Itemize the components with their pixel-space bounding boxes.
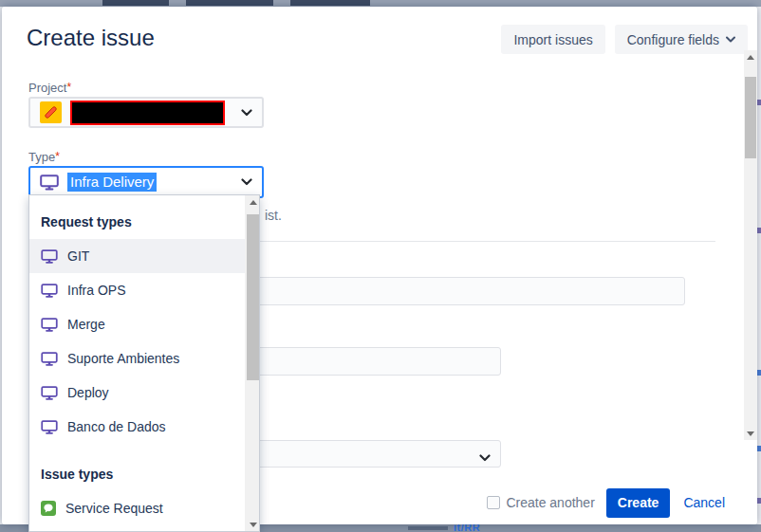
- dropdown-item[interactable]: GIT: [29, 239, 245, 273]
- backdrop-text-blur: [757, 498, 761, 504]
- dimmed-page-top: [0, 0, 761, 7]
- backdrop-text-blur: [757, 446, 761, 451]
- required-asterisk: *: [55, 150, 60, 163]
- chevron-down-icon: [726, 36, 735, 43]
- create-another-option[interactable]: Create another: [487, 495, 594, 510]
- create-button[interactable]: Create: [606, 488, 671, 518]
- dropdown-item-label: Service Request: [65, 501, 163, 516]
- dropdown-item[interactable]: Suporte Ambientes: [29, 341, 245, 376]
- scroll-up-icon[interactable]: [744, 50, 757, 64]
- chevron-down-icon: [479, 449, 491, 466]
- scroll-up-icon[interactable]: [245, 195, 260, 209]
- import-issues-button[interactable]: Import issues: [501, 25, 604, 54]
- dialog-title: Create issue: [27, 25, 155, 51]
- dropdown-item-label: Suporte Ambientes: [67, 351, 179, 366]
- monitor-icon: [41, 284, 58, 298]
- dropdown-group-header: Issue types: [29, 444, 245, 491]
- monitor-icon: [40, 174, 59, 191]
- truncated-help-text: ist.: [265, 208, 282, 223]
- dropdown-item-label: Infra OPS: [67, 283, 125, 298]
- dropdown-group-header: Request types: [29, 195, 245, 239]
- monitor-icon: [41, 249, 58, 264]
- project-field-label: Project*: [28, 81, 71, 95]
- required-asterisk: *: [66, 81, 71, 94]
- dropdown-item-label: Deploy: [67, 385, 109, 400]
- cancel-link[interactable]: Cancel: [683, 495, 725, 510]
- dropdown-item-label: GIT: [67, 248, 89, 264]
- redacted-project-name: [70, 101, 225, 125]
- backdrop-text-blur: [408, 526, 448, 530]
- configure-fields-label: Configure fields: [627, 32, 719, 47]
- dropdown-scrollbar-thumb[interactable]: [247, 214, 259, 380]
- backdrop-text-blur: [757, 370, 761, 376]
- chevron-down-icon: [241, 178, 252, 186]
- type-select[interactable]: Infra Delivery: [28, 166, 264, 198]
- modal-scrollbar-thumb[interactable]: [745, 77, 756, 158]
- monitor-icon: [41, 352, 58, 366]
- screen: it/RR Create issue Import issues Configu…: [0, 0, 761, 532]
- dropdown-item-label: Banco de Dados: [67, 419, 166, 434]
- backdrop-text-blur: [757, 100, 761, 105]
- dropdown-item-label: Merge: [67, 317, 105, 332]
- chevron-down-icon: [241, 109, 252, 117]
- dropdown-item[interactable]: Infra OPS: [29, 273, 245, 307]
- modal-scrollbar[interactable]: [744, 50, 757, 440]
- type-field-label: Type*: [28, 150, 60, 164]
- issue-type-dropdown: Request typesGITInfra OPSMergeSuporte Am…: [28, 194, 260, 532]
- backdrop-text-blur: [290, 0, 370, 6]
- create-another-checkbox[interactable]: [487, 496, 500, 509]
- dropdown-item[interactable]: Service Request: [29, 491, 245, 525]
- backdrop-text-blur: [186, 0, 273, 6]
- type-label-text: Type: [28, 150, 55, 164]
- import-issues-label: Import issues: [513, 32, 592, 47]
- dimmed-page-right: [757, 7, 761, 524]
- create-another-label: Create another: [506, 495, 594, 510]
- project-select[interactable]: [28, 97, 264, 128]
- dropdown-item[interactable]: Deploy: [29, 376, 245, 410]
- scroll-down-icon[interactable]: [245, 518, 260, 531]
- monitor-icon: [41, 420, 58, 434]
- dropdown-item[interactable]: Merge: [29, 307, 245, 341]
- dialog-header-buttons: Import issues Configure fields: [501, 25, 748, 54]
- type-select-value: Infra Delivery: [67, 173, 157, 192]
- backdrop-link-fragment: it/RR: [454, 524, 480, 532]
- speech-bubble-icon: [41, 501, 56, 516]
- configure-fields-button[interactable]: Configure fields: [615, 25, 748, 54]
- scroll-down-icon[interactable]: [744, 427, 757, 440]
- project-label-text: Project: [28, 81, 66, 95]
- backdrop-text-blur: [102, 0, 169, 6]
- dropdown-item[interactable]: Banco de Dados: [29, 410, 245, 444]
- monitor-icon: [41, 318, 58, 332]
- monitor-icon: [41, 386, 58, 400]
- issue-type-dropdown-list: Request typesGITInfra OPSMergeSuporte Am…: [29, 195, 245, 525]
- dropdown-scrollbar[interactable]: [245, 195, 260, 532]
- pencil-icon: [40, 101, 62, 123]
- backdrop-text-blur: [757, 228, 761, 233]
